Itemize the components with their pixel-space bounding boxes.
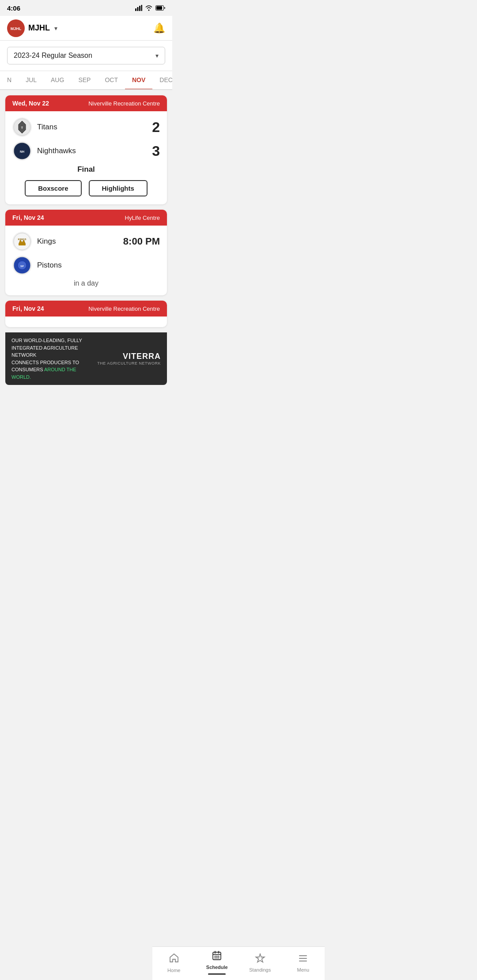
team-info-kings: KINGS Kings	[12, 232, 56, 251]
svg-rect-3	[141, 5, 143, 11]
svg-point-13	[14, 233, 30, 250]
league-logo: MJHL	[7, 19, 25, 37]
league-name: MJHL	[28, 23, 50, 33]
game-date-3: Fri, Nov 24	[12, 305, 44, 312]
svg-text:NH: NH	[20, 150, 24, 153]
tab-jan[interactable]: N	[0, 71, 19, 90]
boxscore-button[interactable]: Boxscore	[25, 180, 81, 196]
game-date-2: Fri, Nov 24	[12, 214, 44, 221]
team-row-kings: KINGS Kings 8:00 PM	[12, 232, 160, 251]
game-venue-2: HyLife Centre	[125, 215, 160, 221]
game-header-1: Wed, Nov 22 Niverville Recreation Centre	[5, 95, 167, 111]
tab-jul[interactable]: JUL	[19, 71, 44, 90]
team-name-titans: Titans	[37, 123, 57, 132]
tab-sep[interactable]: SEP	[71, 71, 98, 90]
logo-area[interactable]: MJHL MJHL ▾	[7, 19, 57, 37]
status-time: 4:06	[7, 4, 20, 12]
ad-logo: VITERRA THE AGRICULTURE NETWORK	[97, 352, 161, 366]
dropdown-arrow-icon: ▾	[155, 52, 159, 59]
kings-logo: KINGS	[12, 232, 32, 251]
tab-nov[interactable]: NOV	[125, 71, 152, 90]
team-name-kings: Kings	[37, 237, 56, 246]
svg-text:T: T	[21, 126, 23, 129]
ad-banner[interactable]: OUR WORLD-LEADING, FULLY INTEGRATED AGRI…	[5, 332, 167, 385]
svg-rect-5	[156, 6, 162, 10]
game-header-2: Fri, Nov 24 HyLife Centre	[5, 210, 167, 226]
titans-logo: T	[12, 117, 32, 137]
game-status-1: Final	[12, 165, 160, 174]
svg-text:MJHL: MJHL	[11, 26, 22, 31]
team-row-pistons: SP Pistons	[12, 256, 160, 275]
pistons-logo: SP	[12, 256, 32, 275]
svg-rect-0	[135, 8, 136, 11]
battery-icon	[155, 5, 165, 11]
svg-rect-1	[137, 7, 139, 11]
season-label: 2023-24 Regular Season	[14, 52, 92, 60]
month-tabs: N JUL AUG SEP OCT NOV DEC	[0, 71, 172, 90]
notification-bell-icon[interactable]: 🔔	[153, 23, 165, 34]
svg-text:SP: SP	[20, 265, 24, 268]
team-name-nighthawks: Nighthawks	[37, 147, 76, 155]
game-card-3: Fri, Nov 24 Niverville Recreation Centre	[5, 301, 167, 327]
nighthawks-logo: NH	[12, 141, 32, 161]
game-date-1: Wed, Nov 22	[12, 100, 49, 107]
team-score-nighthawks: 3	[152, 143, 160, 159]
game-countdown-2: in a day	[12, 279, 160, 287]
team-score-titans: 2	[152, 119, 160, 136]
top-nav: MJHL MJHL ▾ 🔔	[0, 16, 172, 41]
chevron-down-icon: ▾	[54, 25, 57, 32]
signal-icon	[135, 5, 142, 11]
status-bar: 4:06	[0, 0, 172, 16]
tab-aug[interactable]: AUG	[44, 71, 71, 90]
game-body-1: T Titans 2 NH Nighthawks	[5, 111, 167, 204]
season-selector: 2023-24 Regular Season ▾	[0, 41, 172, 71]
wifi-icon	[145, 5, 153, 11]
team-name-pistons: Pistons	[37, 261, 62, 270]
team-info-nighthawks: NH Nighthawks	[12, 141, 76, 161]
status-icons	[135, 5, 165, 11]
game-header-3: Fri, Nov 24 Niverville Recreation Centre	[5, 301, 167, 317]
game-venue-1: Niverville Recreation Centre	[88, 100, 160, 107]
game-time-display: 8:00 PM	[123, 236, 160, 247]
season-dropdown[interactable]: 2023-24 Regular Season ▾	[7, 47, 165, 64]
team-row-titans: T Titans 2	[12, 117, 160, 137]
game-actions-1: Boxscore Highlights	[12, 180, 160, 198]
svg-rect-14	[19, 244, 26, 245]
game-venue-3: Niverville Recreation Centre	[88, 305, 160, 312]
team-info-titans: T Titans	[12, 117, 57, 137]
tab-dec[interactable]: DEC	[152, 71, 172, 90]
game-body-2: KINGS Kings 8:00 PM SP	[5, 226, 167, 295]
team-info-pistons: SP Pistons	[12, 256, 62, 275]
ad-text: OUR WORLD-LEADING, FULLY INTEGRATED AGRI…	[11, 337, 94, 381]
games-list: Wed, Nov 22 Niverville Recreation Centre…	[0, 90, 172, 332]
team-row-nighthawks: NH Nighthawks 3	[12, 141, 160, 161]
tab-oct[interactable]: OCT	[98, 71, 125, 90]
game-card-1: Wed, Nov 22 Niverville Recreation Centre…	[5, 95, 167, 204]
svg-rect-2	[139, 6, 140, 11]
game-card-2: Fri, Nov 24 HyLife Centre KINGS Kings	[5, 210, 167, 295]
highlights-button[interactable]: Highlights	[89, 180, 148, 196]
svg-text:KINGS: KINGS	[18, 238, 26, 241]
